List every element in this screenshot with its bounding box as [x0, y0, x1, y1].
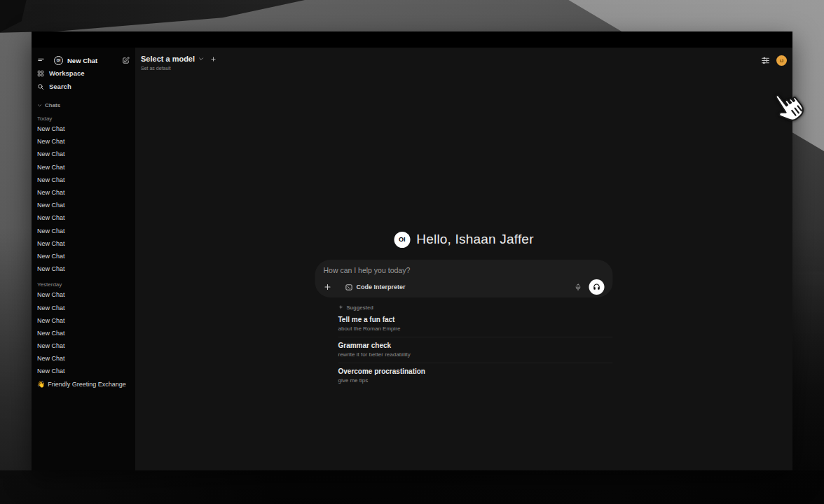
- chat-list-item[interactable]: New Chat: [37, 288, 130, 301]
- sidebar-toggle-icon[interactable]: [37, 57, 45, 64]
- sparkle-icon: [338, 304, 344, 310]
- chat-list-item[interactable]: New Chat: [37, 186, 130, 199]
- suggested-prompt[interactable]: Tell me a fun fact about the Roman Empir…: [338, 312, 613, 337]
- window-titlebar: [32, 31, 792, 48]
- workspace-label: Workspace: [49, 69, 85, 77]
- voice-call-button[interactable]: [589, 279, 605, 295]
- app-window: OI New Chat Workspace Search: [32, 31, 792, 470]
- search-icon: [37, 83, 44, 90]
- chat-list-today: New Chat New Chat New Chat New Chat New …: [37, 122, 130, 275]
- chats-section-toggle[interactable]: Chats: [37, 101, 130, 109]
- chat-controls-icon[interactable]: [761, 56, 770, 65]
- composer-placeholder: How can I help you today?: [324, 266, 605, 274]
- composer-controls: Code Interpreter: [324, 279, 605, 295]
- sidebar: OI New Chat Workspace Search: [32, 48, 135, 470]
- topbar-actions: IJ: [761, 55, 787, 66]
- new-chat-icon[interactable]: [122, 57, 130, 64]
- suggested-header: Suggested: [338, 303, 613, 312]
- chat-list-item[interactable]: New Chat: [37, 211, 130, 224]
- model-selector-label: Select a model: [141, 55, 195, 63]
- main-area: Select a model Set as default IJ: [135, 48, 792, 470]
- wave-emoji: 👋: [37, 381, 45, 388]
- chat-list-item[interactable]: New Chat: [37, 122, 130, 135]
- app-logo-large: OI: [394, 232, 410, 248]
- chat-list-item-friendly-greeting[interactable]: 👋 Friendly Greeting Exchange: [37, 378, 130, 391]
- chat-list-item[interactable]: New Chat: [37, 174, 130, 186]
- user-avatar[interactable]: IJ: [776, 55, 787, 66]
- chevron-down-icon: [37, 103, 42, 108]
- suggested-prompt-title: Overcome procrastination: [338, 368, 613, 375]
- greeting-text: Hello, Ishaan Jaffer: [416, 232, 533, 247]
- message-composer[interactable]: How can I help you today? Code Interpret…: [315, 260, 613, 298]
- chat-group-label-today: Today: [37, 114, 130, 122]
- welcome-stack: OI Hello, Ishaan Jaffer How can I help y…: [315, 231, 613, 388]
- chevron-down-icon: [198, 56, 204, 62]
- chat-list-item[interactable]: New Chat: [37, 262, 130, 275]
- set-default-button[interactable]: Set as default: [141, 66, 217, 71]
- app-logo-small: OI: [54, 56, 63, 65]
- chat-list-item[interactable]: New Chat: [37, 340, 130, 352]
- model-bar: Select a model Set as default: [141, 55, 217, 71]
- sidebar-item-search[interactable]: Search: [37, 80, 130, 93]
- chat-list-item[interactable]: New Chat: [37, 250, 130, 262]
- chat-list-item[interactable]: New Chat: [37, 301, 130, 314]
- search-label: Search: [49, 83, 71, 90]
- headphones-icon: [593, 283, 601, 291]
- chat-title: Friendly Greeting Exchange: [48, 381, 126, 388]
- chat-list-item[interactable]: New Chat: [37, 314, 130, 327]
- chat-list-item[interactable]: New Chat: [37, 148, 130, 160]
- chat-list-item[interactable]: New Chat: [37, 225, 130, 237]
- suggested-prompt-subtitle: about the Roman Empire: [338, 326, 613, 332]
- chat-list-item[interactable]: New Chat: [37, 365, 130, 377]
- suggested-prompt-subtitle: give me tips: [338, 377, 613, 384]
- chat-list-item[interactable]: New Chat: [37, 161, 130, 174]
- sidebar-item-workspace[interactable]: Workspace: [37, 66, 130, 80]
- chat-list-yesterday: New Chat New Chat New Chat New Chat New …: [37, 288, 130, 377]
- code-interpreter-toggle[interactable]: Code Interpreter: [345, 284, 406, 291]
- suggested-prompt-subtitle: rewrite it for better readability: [338, 351, 613, 358]
- suggested-prompt[interactable]: Grammar check rewrite it for better read…: [338, 337, 613, 363]
- model-selector[interactable]: Select a model: [141, 55, 217, 63]
- attach-plus-icon[interactable]: [324, 283, 332, 291]
- chat-list-item[interactable]: New Chat: [37, 327, 130, 340]
- suggested-section: Suggested Tell me a fun fact about the R…: [315, 303, 613, 388]
- chat-list-item[interactable]: New Chat: [37, 199, 130, 211]
- suggested-prompt-title: Grammar check: [338, 342, 613, 349]
- suggested-prompt-title: Tell me a fun fact: [338, 316, 613, 323]
- suggested-list: Tell me a fun fact about the Roman Empir…: [338, 312, 613, 388]
- chat-list-item[interactable]: New Chat: [37, 237, 130, 250]
- chats-section-label: Chats: [45, 102, 60, 108]
- sidebar-new-chat-title: New Chat: [67, 57, 122, 64]
- greeting: OI Hello, Ishaan Jaffer: [315, 231, 613, 248]
- workspace-grid-icon: [37, 70, 44, 77]
- code-interpreter-label: Code Interpreter: [357, 284, 406, 290]
- suggested-label: Suggested: [347, 304, 373, 311]
- microphone-icon[interactable]: [575, 284, 582, 291]
- chat-list-item[interactable]: New Chat: [37, 352, 130, 365]
- add-model-icon[interactable]: [210, 56, 217, 62]
- suggested-prompt[interactable]: Overcome procrastination give me tips: [338, 363, 613, 388]
- sidebar-header: OI New Chat: [37, 54, 130, 66]
- code-interpreter-icon: [345, 284, 353, 291]
- chat-list-item[interactable]: New Chat: [37, 135, 130, 148]
- chat-group-label-yesterday: Yesterday: [37, 280, 130, 288]
